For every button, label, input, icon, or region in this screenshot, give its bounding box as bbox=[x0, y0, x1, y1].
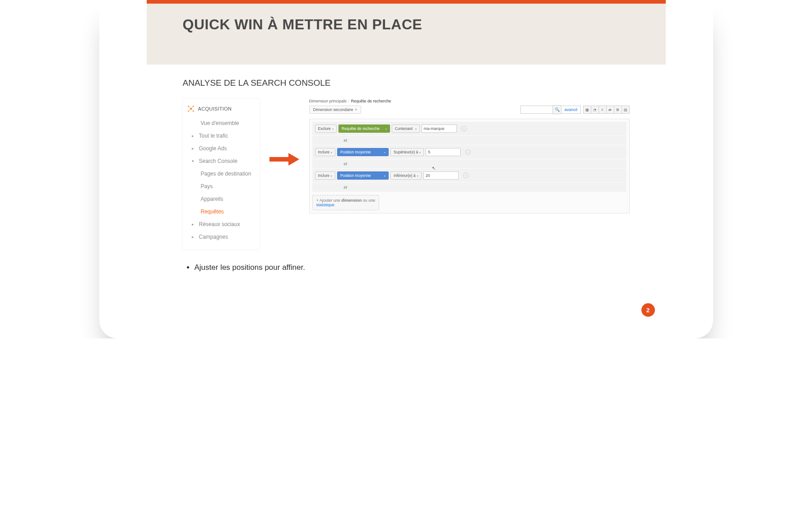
remove-row-2[interactable]: − bbox=[465, 149, 471, 155]
remove-row-1[interactable]: − bbox=[461, 126, 467, 131]
table-toolbar: Dimension secondaire 🔍 avancé ▦ ◔ ≡ bbox=[309, 105, 630, 114]
nav-item-search-console[interactable]: Search Console bbox=[183, 155, 260, 167]
svg-marker-6 bbox=[288, 153, 299, 166]
operator-dropdown-1[interactable]: Contenant bbox=[392, 125, 420, 133]
dimension-dropdown-2[interactable]: Position moyenne bbox=[337, 148, 389, 156]
add-dim-prefix: + Ajouter une bbox=[316, 198, 342, 203]
filter-row-3: Inclure Position moyenne Inférieur(e) à … bbox=[312, 169, 626, 182]
nav-item-all-traffic[interactable]: Tout le trafic bbox=[183, 130, 260, 142]
search-button[interactable]: 🔍 bbox=[552, 105, 561, 114]
view-table-icon[interactable]: ▦ bbox=[583, 106, 591, 114]
nav-item-overview[interactable]: Vue d'ensemble bbox=[183, 117, 260, 130]
and-connector-2: et bbox=[312, 159, 626, 168]
add-dimension-button[interactable]: + Ajouter une dimension ou une statistiq… bbox=[312, 195, 380, 210]
operator-dropdown-3[interactable]: Inférieur(e) à bbox=[390, 171, 422, 180]
slide-content: ANALYSE DE LA SEARCH CONSOLE ACQUISITION… bbox=[147, 65, 666, 284]
panel-row: ACQUISITION Vue d'ensemble Tout le trafi… bbox=[183, 99, 630, 250]
and-connector-3: et bbox=[312, 183, 626, 192]
and-connector-1: et bbox=[312, 136, 626, 145]
nav-item-google-ads[interactable]: Google Ads bbox=[183, 142, 260, 155]
filter-row-1: Exclure Requête de recherche Contenant − bbox=[312, 122, 626, 135]
cursor-icon: ↖ bbox=[432, 166, 436, 171]
operator-dropdown-2[interactable]: Supérieur(e) à bbox=[390, 148, 424, 156]
nav-section-acquisition[interactable]: ACQUISITION bbox=[183, 102, 260, 115]
title-band: QUICK WIN À METTRE EN PLACE bbox=[147, 4, 666, 65]
secondary-dimension-dropdown[interactable]: Dimension secondaire bbox=[309, 106, 361, 114]
remove-row-3[interactable]: − bbox=[463, 173, 469, 178]
nav-item-queries[interactable]: Requêtes bbox=[183, 205, 260, 218]
slide: QUICK WIN À METTRE EN PLACE ANALYSE DE L… bbox=[147, 0, 666, 325]
primary-dimension-header: Dimension principale : Requête de recher… bbox=[309, 99, 630, 103]
mode-dropdown-2[interactable]: Inclure bbox=[315, 148, 336, 156]
bullet-item: Ajuster les positions pour affiner. bbox=[195, 263, 630, 272]
advanced-link[interactable]: avancé bbox=[561, 106, 580, 114]
advanced-filter-panel: Exclure Requête de recherche Contenant −… bbox=[309, 119, 630, 213]
device-frame: QUICK WIN À METTRE EN PLACE ANALYSE DE L… bbox=[99, 0, 713, 338]
nav-list: Vue d'ensemble Tout le trafic Google Ads… bbox=[183, 117, 260, 243]
ga-sidebar: ACQUISITION Vue d'ensemble Tout le trafi… bbox=[183, 99, 260, 250]
page-number-badge: 2 bbox=[641, 303, 655, 317]
nav-item-campaigns[interactable]: Campagnes bbox=[183, 231, 260, 243]
nav-item-landing-pages[interactable]: Pages de destination bbox=[183, 167, 260, 180]
acquisition-icon bbox=[187, 105, 195, 112]
value-input-3[interactable] bbox=[423, 171, 459, 180]
view-comparison-icon[interactable]: ⇄ bbox=[606, 106, 614, 114]
view-performance-icon[interactable]: ≡ bbox=[599, 106, 607, 114]
table-search-input[interactable] bbox=[520, 106, 552, 114]
value-input-2[interactable] bbox=[426, 148, 461, 156]
view-mode-buttons: ▦ ◔ ≡ ⇄ ⊞ ▤ bbox=[584, 106, 630, 114]
bullet-list: Ajuster les positions pour affiner. bbox=[195, 263, 630, 272]
filter-area: Dimension principale : Requête de recher… bbox=[309, 99, 630, 213]
primary-dim-label: Dimension principale : bbox=[309, 99, 349, 103]
nav-item-countries[interactable]: Pays bbox=[183, 180, 260, 193]
value-input-1[interactable] bbox=[422, 125, 457, 133]
add-dim-mid: ou une bbox=[362, 198, 375, 203]
search-icon: 🔍 bbox=[555, 107, 560, 112]
slide-title: QUICK WIN À METTRE EN PLACE bbox=[183, 16, 639, 33]
filter-row-2: Inclure Position moyenne Supérieur(e) à … bbox=[312, 145, 626, 159]
add-dim-bold: dimension bbox=[341, 198, 362, 203]
primary-dim-value: Requête de recherche bbox=[351, 99, 391, 103]
mode-dropdown-3[interactable]: Inclure bbox=[315, 171, 336, 180]
svg-rect-5 bbox=[269, 157, 288, 162]
view-cloud-icon[interactable]: ▤ bbox=[622, 106, 630, 114]
nav-item-devices[interactable]: Appareils bbox=[183, 193, 260, 205]
add-dim-link: statistique bbox=[316, 203, 335, 207]
view-pivot-icon[interactable]: ⊞ bbox=[614, 106, 622, 114]
callout-arrow bbox=[269, 99, 300, 166]
mode-dropdown-1[interactable]: Exclure bbox=[315, 125, 337, 133]
toolbar-right: 🔍 avancé ▦ ◔ ≡ ⇄ ⊞ ▤ bbox=[520, 105, 629, 114]
subheading: ANALYSE DE LA SEARCH CONSOLE bbox=[183, 78, 630, 88]
view-percent-icon[interactable]: ◔ bbox=[591, 106, 599, 114]
nav-item-social[interactable]: Réseaux sociaux bbox=[183, 218, 260, 231]
dimension-dropdown-1[interactable]: Requête de recherche bbox=[339, 125, 390, 133]
accent-bar bbox=[147, 0, 666, 4]
nav-section-label: ACQUISITION bbox=[198, 106, 232, 111]
dimension-dropdown-3[interactable]: Position moyenne bbox=[337, 171, 389, 180]
arrow-icon bbox=[269, 153, 299, 166]
